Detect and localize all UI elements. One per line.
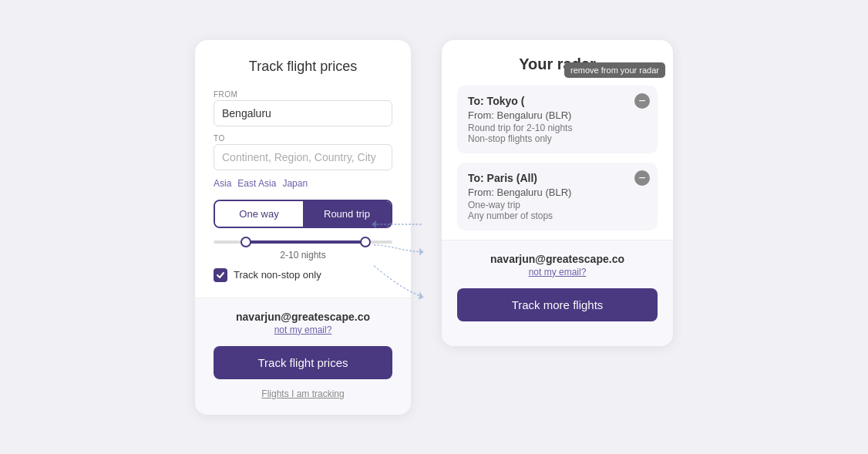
checkbox-checked-icon[interactable] — [214, 268, 227, 282]
to-label: TO — [214, 134, 392, 143]
slider-label: 2-10 nights — [214, 250, 392, 261]
flight-detail2-2: Any number of stops — [468, 210, 647, 221]
track-more-flights-button[interactable]: Track more flights — [457, 288, 658, 321]
from-label: FROM — [214, 90, 392, 99]
quick-link-east-asia[interactable]: East Asia — [237, 178, 276, 189]
non-stop-checkbox-row: Track non-stop only — [214, 268, 392, 282]
one-way-button[interactable]: One way — [215, 201, 303, 227]
trip-toggle: One way Round trip — [214, 200, 392, 228]
flights-tracking-link[interactable]: Flights I am tracking — [214, 388, 392, 399]
radar-card: Your radar remove from your radar To: To… — [442, 40, 673, 346]
flight-detail1-2: One-way trip — [468, 200, 647, 210]
non-stop-label: Track non-stop only — [234, 269, 321, 281]
track-flight-card: Track flight prices FROM Bengaluru TO Co… — [195, 40, 411, 415]
left-not-my-email[interactable]: not my email? — [214, 325, 392, 335]
left-card-title: Track flight prices — [214, 59, 392, 75]
flight-to-1: To: Tokyo ( — [468, 95, 647, 107]
left-card-bottom: navarjun@greatescape.co not my email? Tr… — [195, 298, 411, 415]
from-input-group: FROM Bengaluru — [214, 90, 392, 126]
slider-thumb-right[interactable] — [360, 237, 371, 247]
right-email: navarjun@greatescape.co — [457, 253, 658, 265]
right-not-my-email[interactable]: not my email? — [457, 267, 658, 277]
slider-thumb-left[interactable] — [241, 237, 251, 247]
quick-link-japan[interactable]: Japan — [282, 178, 308, 189]
quick-links-row: Asia East Asia Japan — [214, 178, 392, 189]
radar-card-bottom: navarjun@greatescape.co not my email? Tr… — [442, 240, 673, 346]
from-input[interactable]: Bengaluru — [214, 100, 392, 126]
to-input[interactable]: Continent, Region, Country, City — [214, 144, 392, 170]
radar-card-top: Your radar remove from your radar To: To… — [442, 40, 673, 230]
remove-flight-2-button[interactable] — [634, 170, 650, 186]
flight-item-2: To: Paris (All) From: Bengaluru (BLR) On… — [457, 163, 658, 230]
quick-link-asia[interactable]: Asia — [214, 178, 231, 189]
flight-from-1: From: Bengaluru (BLR) — [468, 109, 647, 121]
flight-detail2-1: Non-stop flights only — [468, 133, 647, 144]
flight-item-1: remove from your radar To: Tokyo ( From:… — [457, 86, 658, 153]
remove-flight-1-button[interactable] — [634, 93, 650, 109]
remove-tooltip: remove from your radar — [564, 62, 665, 78]
track-flight-prices-button[interactable]: Track flight prices — [214, 346, 392, 379]
flight-from-2: From: Bengaluru (BLR) — [468, 187, 647, 198]
round-trip-button[interactable]: Round trip — [303, 201, 391, 227]
flight-to-2: To: Paris (All) — [468, 172, 647, 184]
to-input-group: TO Continent, Region, Country, City — [214, 134, 392, 170]
flight-detail1-1: Round trip for 2-10 nights — [468, 123, 647, 133]
nights-slider[interactable] — [214, 240, 392, 244]
left-email: navarjun@greatescape.co — [214, 311, 392, 323]
